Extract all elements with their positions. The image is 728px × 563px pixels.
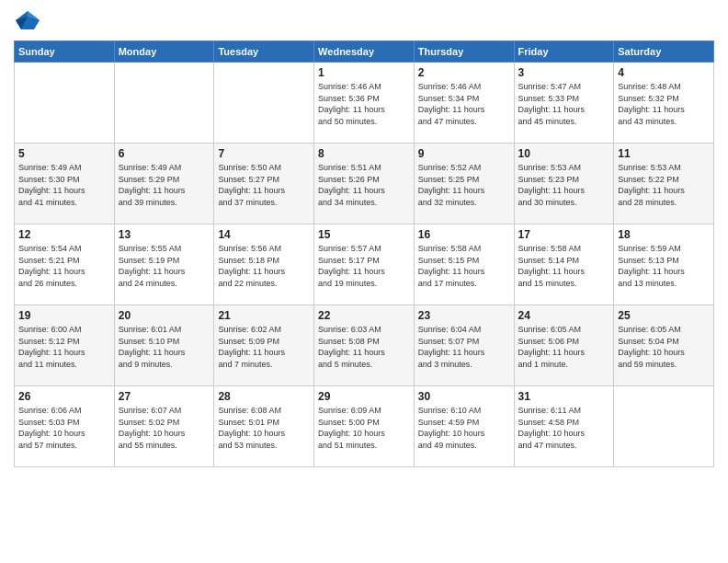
calendar-cell: 13Sunrise: 5:55 AM Sunset: 5:19 PM Dayli… xyxy=(114,224,214,305)
day-number: 30 xyxy=(418,390,510,403)
weekday-header-monday: Monday xyxy=(114,41,214,63)
day-info: Sunrise: 6:01 AM Sunset: 5:10 PM Dayligh… xyxy=(119,324,210,370)
day-info: Sunrise: 5:46 AM Sunset: 5:34 PM Dayligh… xyxy=(418,81,510,127)
day-info: Sunrise: 5:47 AM Sunset: 5:33 PM Dayligh… xyxy=(518,81,610,127)
day-info: Sunrise: 6:06 AM Sunset: 5:03 PM Dayligh… xyxy=(18,405,110,451)
calendar-cell xyxy=(614,386,714,467)
day-info: Sunrise: 6:04 AM Sunset: 5:07 PM Dayligh… xyxy=(418,324,510,370)
day-number: 15 xyxy=(318,228,410,241)
weekday-header-thursday: Thursday xyxy=(414,41,514,63)
day-number: 26 xyxy=(18,390,110,403)
week-row-3: 12Sunrise: 5:54 AM Sunset: 5:21 PM Dayli… xyxy=(15,224,714,305)
calendar-cell: 2Sunrise: 5:46 AM Sunset: 5:34 PM Daylig… xyxy=(414,63,514,144)
calendar-cell: 20Sunrise: 6:01 AM Sunset: 5:10 PM Dayli… xyxy=(114,305,214,386)
day-number: 23 xyxy=(418,309,510,322)
calendar-cell: 11Sunrise: 5:53 AM Sunset: 5:22 PM Dayli… xyxy=(614,144,714,224)
day-info: Sunrise: 6:00 AM Sunset: 5:12 PM Dayligh… xyxy=(18,324,110,370)
day-number: 25 xyxy=(618,309,710,322)
day-number: 14 xyxy=(218,228,310,241)
day-info: Sunrise: 5:49 AM Sunset: 5:29 PM Dayligh… xyxy=(119,162,210,208)
weekday-header-wednesday: Wednesday xyxy=(314,41,415,63)
calendar-cell: 9Sunrise: 5:52 AM Sunset: 5:25 PM Daylig… xyxy=(414,144,514,224)
calendar-cell: 15Sunrise: 5:57 AM Sunset: 5:17 PM Dayli… xyxy=(314,224,415,305)
day-info: Sunrise: 5:52 AM Sunset: 5:25 PM Dayligh… xyxy=(418,162,510,208)
day-number: 4 xyxy=(618,66,710,79)
day-info: Sunrise: 6:08 AM Sunset: 5:01 PM Dayligh… xyxy=(218,405,310,451)
day-info: Sunrise: 6:07 AM Sunset: 5:02 PM Dayligh… xyxy=(119,405,210,451)
day-info: Sunrise: 5:56 AM Sunset: 5:18 PM Dayligh… xyxy=(218,243,310,289)
day-number: 19 xyxy=(18,309,110,322)
calendar-cell: 30Sunrise: 6:10 AM Sunset: 4:59 PM Dayli… xyxy=(414,386,514,467)
week-row-1: 1Sunrise: 5:46 AM Sunset: 5:36 PM Daylig… xyxy=(15,63,714,144)
calendar-cell xyxy=(214,63,314,144)
calendar-cell xyxy=(15,63,115,144)
day-number: 9 xyxy=(418,147,510,160)
calendar-cell xyxy=(114,63,214,144)
day-number: 3 xyxy=(518,66,610,79)
day-number: 1 xyxy=(318,66,410,79)
calendar-cell: 18Sunrise: 5:59 AM Sunset: 5:13 PM Dayli… xyxy=(614,224,714,305)
day-info: Sunrise: 5:49 AM Sunset: 5:30 PM Dayligh… xyxy=(18,162,110,208)
calendar-cell: 7Sunrise: 5:50 AM Sunset: 5:27 PM Daylig… xyxy=(214,144,314,224)
calendar-cell: 22Sunrise: 6:03 AM Sunset: 5:08 PM Dayli… xyxy=(314,305,415,386)
calendar-cell: 1Sunrise: 5:46 AM Sunset: 5:36 PM Daylig… xyxy=(314,63,415,144)
week-row-5: 26Sunrise: 6:06 AM Sunset: 5:03 PM Dayli… xyxy=(15,386,714,467)
calendar-cell: 21Sunrise: 6:02 AM Sunset: 5:09 PM Dayli… xyxy=(214,305,314,386)
calendar-cell: 28Sunrise: 6:08 AM Sunset: 5:01 PM Dayli… xyxy=(214,386,314,467)
calendar-cell: 6Sunrise: 5:49 AM Sunset: 5:29 PM Daylig… xyxy=(114,144,214,224)
day-number: 18 xyxy=(618,228,710,241)
calendar-table: SundayMondayTuesdayWednesdayThursdayFrid… xyxy=(14,40,714,467)
logo xyxy=(14,9,45,31)
day-number: 6 xyxy=(119,147,210,160)
day-number: 31 xyxy=(518,390,610,403)
day-number: 29 xyxy=(318,390,410,403)
weekday-header-tuesday: Tuesday xyxy=(214,41,314,63)
day-info: Sunrise: 5:58 AM Sunset: 5:14 PM Dayligh… xyxy=(518,243,610,289)
day-number: 16 xyxy=(418,228,510,241)
calendar-cell: 16Sunrise: 5:58 AM Sunset: 5:15 PM Dayli… xyxy=(414,224,514,305)
day-info: Sunrise: 6:05 AM Sunset: 5:04 PM Dayligh… xyxy=(618,324,710,370)
day-info: Sunrise: 5:54 AM Sunset: 5:21 PM Dayligh… xyxy=(18,243,110,289)
weekday-header-sunday: Sunday xyxy=(15,41,115,63)
week-row-4: 19Sunrise: 6:00 AM Sunset: 5:12 PM Dayli… xyxy=(15,305,714,386)
day-info: Sunrise: 5:46 AM Sunset: 5:36 PM Dayligh… xyxy=(318,81,410,127)
day-number: 24 xyxy=(518,309,610,322)
weekday-header-friday: Friday xyxy=(514,41,614,63)
calendar-cell: 27Sunrise: 6:07 AM Sunset: 5:02 PM Dayli… xyxy=(114,386,214,467)
calendar-cell: 17Sunrise: 5:58 AM Sunset: 5:14 PM Dayli… xyxy=(514,224,614,305)
day-info: Sunrise: 5:55 AM Sunset: 5:19 PM Dayligh… xyxy=(119,243,210,289)
day-info: Sunrise: 5:53 AM Sunset: 5:22 PM Dayligh… xyxy=(618,162,710,208)
day-info: Sunrise: 6:11 AM Sunset: 4:58 PM Dayligh… xyxy=(518,405,610,451)
day-number: 7 xyxy=(218,147,310,160)
day-number: 22 xyxy=(318,309,410,322)
weekday-header-row: SundayMondayTuesdayWednesdayThursdayFrid… xyxy=(15,41,714,63)
calendar-cell: 23Sunrise: 6:04 AM Sunset: 5:07 PM Dayli… xyxy=(414,305,514,386)
day-info: Sunrise: 5:59 AM Sunset: 5:13 PM Dayligh… xyxy=(618,243,710,289)
day-info: Sunrise: 5:48 AM Sunset: 5:32 PM Dayligh… xyxy=(618,81,710,127)
day-number: 5 xyxy=(18,147,110,160)
day-info: Sunrise: 5:51 AM Sunset: 5:26 PM Dayligh… xyxy=(318,162,410,208)
calendar-container: SundayMondayTuesdayWednesdayThursdayFrid… xyxy=(0,0,728,477)
calendar-cell: 26Sunrise: 6:06 AM Sunset: 5:03 PM Dayli… xyxy=(15,386,115,467)
calendar-cell: 29Sunrise: 6:09 AM Sunset: 5:00 PM Dayli… xyxy=(314,386,415,467)
calendar-cell: 8Sunrise: 5:51 AM Sunset: 5:26 PM Daylig… xyxy=(314,144,415,224)
calendar-cell: 25Sunrise: 6:05 AM Sunset: 5:04 PM Dayli… xyxy=(614,305,714,386)
day-info: Sunrise: 5:50 AM Sunset: 5:27 PM Dayligh… xyxy=(218,162,310,208)
calendar-cell: 24Sunrise: 6:05 AM Sunset: 5:06 PM Dayli… xyxy=(514,305,614,386)
day-number: 27 xyxy=(119,390,210,403)
calendar-cell: 5Sunrise: 5:49 AM Sunset: 5:30 PM Daylig… xyxy=(15,144,115,224)
day-info: Sunrise: 6:02 AM Sunset: 5:09 PM Dayligh… xyxy=(218,324,310,370)
calendar-cell: 12Sunrise: 5:54 AM Sunset: 5:21 PM Dayli… xyxy=(15,224,115,305)
week-row-2: 5Sunrise: 5:49 AM Sunset: 5:30 PM Daylig… xyxy=(15,144,714,224)
day-number: 11 xyxy=(618,147,710,160)
day-number: 12 xyxy=(18,228,110,241)
day-info: Sunrise: 5:58 AM Sunset: 5:15 PM Dayligh… xyxy=(418,243,510,289)
day-number: 17 xyxy=(518,228,610,241)
calendar-cell: 10Sunrise: 5:53 AM Sunset: 5:23 PM Dayli… xyxy=(514,144,614,224)
calendar-cell: 19Sunrise: 6:00 AM Sunset: 5:12 PM Dayli… xyxy=(15,305,115,386)
day-number: 10 xyxy=(518,147,610,160)
weekday-header-saturday: Saturday xyxy=(614,41,714,63)
day-info: Sunrise: 6:10 AM Sunset: 4:59 PM Dayligh… xyxy=(418,405,510,451)
day-number: 28 xyxy=(218,390,310,403)
calendar-cell: 14Sunrise: 5:56 AM Sunset: 5:18 PM Dayli… xyxy=(214,224,314,305)
